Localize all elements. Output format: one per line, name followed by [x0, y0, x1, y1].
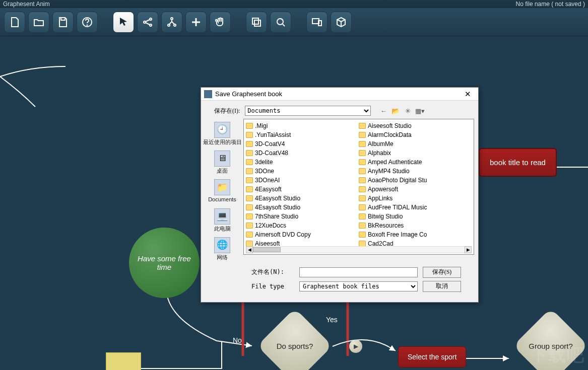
edge-label-yes: Yes — [326, 316, 338, 324]
plus-icon[interactable] — [185, 12, 207, 33]
refresh-icon[interactable] — [270, 12, 291, 33]
filetype-select[interactable]: Graphesent book files — [299, 281, 418, 291]
folder-item[interactable]: Apowersoft — [359, 185, 472, 194]
folder-icon — [246, 195, 253, 201]
devices-icon[interactable] — [306, 12, 328, 33]
open-icon[interactable] — [28, 12, 49, 33]
folder-item[interactable]: 7thShare Studio — [246, 212, 359, 221]
svg-point-2 — [87, 25, 88, 25]
folder-item[interactable]: 4Easysoft Studio — [246, 194, 359, 203]
place-icon: 🕘 — [214, 122, 230, 138]
folder-label: 3D-CoatV4 — [255, 140, 285, 147]
folder-item[interactable]: AppLinks — [359, 194, 472, 203]
folder-item[interactable]: Aiseesoft Studio — [359, 121, 472, 130]
folder-item[interactable]: 3DOne — [246, 167, 359, 176]
node-sticky[interactable] — [106, 352, 141, 370]
folder-item[interactable]: 12XueDocs — [246, 221, 359, 230]
folder-item[interactable]: .YunTaiAssist — [246, 130, 359, 139]
save-icon[interactable] — [52, 12, 74, 33]
node-book-title[interactable]: book title to read — [479, 148, 557, 177]
folder-item[interactable]: Aimersoft DVD Copy — [246, 230, 359, 239]
nav-newfolder-icon[interactable]: ✳ — [403, 106, 412, 115]
share-icon[interactable] — [137, 12, 158, 33]
node-do-sports[interactable]: Do sports? — [257, 308, 333, 370]
hand-icon[interactable] — [210, 12, 231, 33]
node-select-sport[interactable]: Select the sport — [398, 346, 466, 367]
folder-item[interactable]: 4Esaysoft Studio — [246, 203, 359, 212]
place-label: Documents — [208, 196, 236, 203]
place-item[interactable]: 📁Documents — [208, 179, 236, 203]
horizontal-scrollbar[interactable]: ◀ ▶ — [246, 246, 472, 253]
svg-point-8 — [174, 24, 176, 26]
folder-icon — [359, 123, 366, 129]
folder-item[interactable]: Amped Authenticate — [359, 158, 472, 167]
place-item[interactable]: 🌐网络 — [214, 237, 230, 261]
folder-item[interactable]: 3delite — [246, 158, 359, 167]
save-in-select[interactable]: Documents — [245, 106, 371, 116]
node-label: Select the sport — [408, 353, 456, 361]
scroll-left-icon[interactable]: ◀ — [246, 246, 253, 253]
close-icon[interactable]: ✕ — [460, 90, 475, 99]
node-label: Group sport? — [513, 308, 588, 370]
folder-item[interactable]: AudFree TIDAL Music — [359, 203, 472, 212]
tree-icon[interactable] — [161, 12, 182, 33]
folder-label: 3D-CoatV48 — [255, 150, 288, 157]
edge-label-no: No — [233, 336, 242, 344]
cancel-button[interactable]: 取消 — [423, 281, 461, 292]
folder-item[interactable]: Alphabix — [359, 149, 472, 158]
folder-label: AppLinks — [368, 195, 393, 202]
folder-item[interactable]: AoaoPhoto Digital Stu — [359, 176, 472, 185]
folder-label: BkResources — [368, 222, 404, 229]
folder-item[interactable]: 4Easysoft — [246, 185, 359, 194]
folder-icon — [246, 232, 253, 238]
folder-item[interactable]: Boxoft Free Image Co — [359, 230, 472, 239]
place-label: 最近使用的项目 — [203, 139, 242, 145]
place-icon: 🖥 — [214, 151, 230, 167]
filename-input[interactable] — [299, 267, 418, 277]
folder-item[interactable]: 3D-CoatV4 — [246, 139, 359, 149]
folder-label: AlbumMe — [368, 140, 394, 147]
folder-item[interactable]: 3D-CoatV48 — [246, 149, 359, 158]
folder-item[interactable]: AlarmClockData — [359, 130, 472, 139]
svg-rect-13 — [318, 21, 321, 26]
folder-item[interactable]: BkResources — [359, 221, 472, 230]
folder-item[interactable]: 3DOneAI — [246, 176, 359, 185]
nav-up-icon[interactable]: 📂 — [391, 106, 400, 115]
play-icon[interactable]: ▶ — [349, 340, 362, 353]
stack-icon[interactable] — [246, 12, 267, 33]
folder-icon — [359, 204, 366, 210]
folder-item[interactable]: AlbumMe — [359, 139, 472, 149]
dialog-titlebar[interactable]: Save Graphesent book ✕ — [201, 88, 478, 101]
place-item[interactable]: 💻此电脑 — [214, 208, 231, 232]
node-group-sport[interactable]: Group sport? — [513, 308, 588, 370]
scroll-thumb[interactable] — [253, 247, 281, 252]
new-icon[interactable] — [4, 12, 25, 33]
folder-label: Apowersoft — [368, 186, 398, 193]
svg-rect-0 — [61, 18, 65, 20]
dialog-title: Save Graphesent book — [215, 90, 460, 98]
svg-rect-9 — [252, 18, 258, 24]
scroll-right-icon[interactable]: ▶ — [465, 246, 472, 253]
folder-label: .YunTaiAssist — [255, 131, 291, 138]
folder-item[interactable]: AnyMP4 Studio — [359, 167, 472, 176]
folder-icon — [246, 204, 253, 210]
folder-item[interactable]: Bitwig Studio — [359, 212, 472, 221]
file-list[interactable]: .Migi.YunTaiAssist3D-CoatV43D-CoatV483de… — [243, 119, 474, 255]
folder-item[interactable]: .Migi — [246, 121, 359, 130]
nav-back-icon[interactable]: ← — [379, 106, 388, 115]
svg-point-4 — [150, 18, 152, 20]
cube-icon[interactable] — [331, 12, 352, 33]
place-item[interactable]: 🕘最近使用的项目 — [203, 122, 242, 145]
nav-viewmenu-icon[interactable]: ▦▾ — [415, 106, 424, 115]
svg-point-5 — [150, 24, 152, 26]
node-free-time[interactable]: Have some free time — [129, 228, 200, 298]
folder-icon — [359, 213, 366, 219]
folder-label: 4Esaysoft Studio — [255, 204, 300, 211]
place-label: 桌面 — [217, 168, 228, 174]
help-icon[interactable] — [77, 12, 98, 33]
place-item[interactable]: 🖥桌面 — [214, 151, 230, 174]
save-button[interactable]: 保存(S) — [423, 267, 461, 278]
svg-point-7 — [168, 24, 170, 26]
pointer-icon[interactable] — [113, 12, 134, 33]
dialog-icon — [204, 90, 212, 98]
